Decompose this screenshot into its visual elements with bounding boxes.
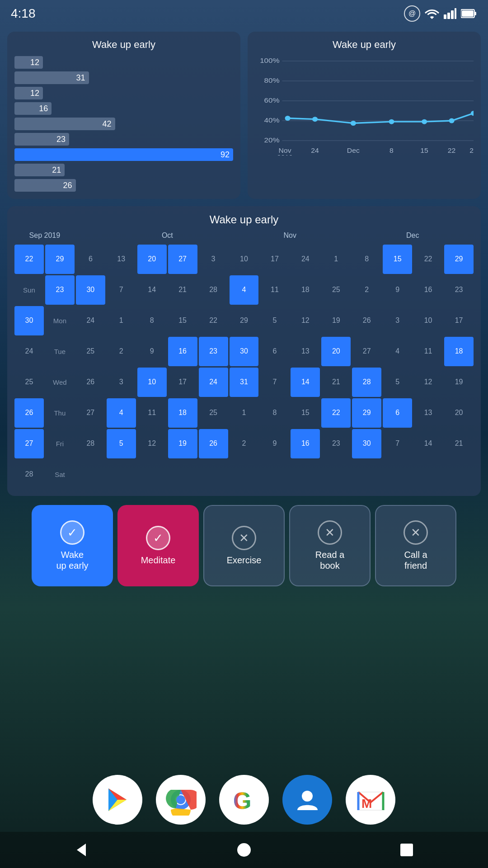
calendar-cell[interactable]: 24 [291, 245, 320, 274]
calendar-cell[interactable]: 10 [413, 306, 443, 335]
calendar-cell[interactable]: 15 [291, 398, 320, 428]
app-chrome[interactable] [156, 775, 206, 825]
app-contacts[interactable] [282, 775, 332, 825]
calendar-cell[interactable]: 19 [444, 368, 474, 397]
calendar-cell[interactable]: 21 [168, 275, 197, 305]
calendar-cell[interactable]: 9 [137, 337, 167, 366]
habit-meditate[interactable]: ✓ Meditate [117, 505, 199, 586]
calendar-cell[interactable]: 28 [14, 460, 44, 489]
calendar-cell[interactable]: 6 [383, 398, 412, 428]
calendar-cell[interactable]: 18 [168, 398, 197, 428]
calendar-cell[interactable]: 16 [413, 275, 443, 305]
calendar-cell[interactable]: 17 [444, 306, 474, 335]
calendar-cell[interactable]: 4 [383, 337, 412, 366]
calendar-cell[interactable]: 14 [291, 368, 320, 397]
calendar-cell[interactable]: 12 [291, 306, 320, 335]
calendar-cell[interactable]: 28 [352, 368, 381, 397]
calendar-cell[interactable]: 25 [199, 398, 228, 428]
line-chart-widget[interactable]: Wake up early 100% 80% 60% 40% 20% [248, 32, 481, 199]
calendar-cell[interactable]: 29 [230, 306, 259, 335]
calendar-cell[interactable]: 1 [107, 306, 136, 335]
calendar-cell[interactable]: 20 [321, 337, 351, 366]
calendar-cell[interactable]: 2 [107, 337, 136, 366]
calendar-cell[interactable]: 23 [321, 429, 351, 458]
nav-home-button[interactable] [230, 836, 258, 863]
calendar-cell[interactable]: 8 [260, 398, 289, 428]
calendar-cell[interactable]: 10 [137, 368, 167, 397]
calendar-cell[interactable]: 21 [321, 368, 351, 397]
calendar-cell[interactable]: 7 [260, 368, 289, 397]
calendar-cell[interactable]: 23 [45, 275, 75, 305]
calendar-cell[interactable]: 13 [291, 337, 320, 366]
app-google[interactable]: G G [219, 775, 269, 825]
calendar-cell[interactable]: 2 [352, 275, 381, 305]
calendar-cell[interactable]: 28 [76, 429, 105, 458]
calendar-cell[interactable]: 27 [76, 398, 105, 428]
calendar-cell[interactable]: 27 [168, 245, 197, 274]
calendar-cell[interactable]: 17 [260, 245, 289, 274]
calendar-cell[interactable]: 15 [383, 245, 412, 274]
calendar-cell[interactable]: 28 [199, 275, 228, 305]
calendar-cell[interactable]: 12 [413, 368, 443, 397]
calendar-cell[interactable]: 20 [137, 245, 167, 274]
calendar-cell[interactable]: 24 [199, 368, 228, 397]
calendar-cell[interactable]: 10 [230, 245, 259, 274]
calendar-cell[interactable]: 11 [137, 398, 167, 428]
calendar-cell[interactable]: 27 [14, 429, 44, 458]
calendar-cell[interactable]: 15 [168, 306, 197, 335]
calendar-cell[interactable]: 30 [76, 275, 105, 305]
habit-exercise[interactable]: ✕ Exercise [203, 505, 285, 586]
calendar-cell[interactable]: 26 [199, 429, 228, 458]
calendar-cell[interactable]: 14 [413, 429, 443, 458]
calendar-cell[interactable]: 19 [168, 429, 197, 458]
calendar-cell[interactable]: 29 [45, 245, 75, 274]
calendar-cell[interactable]: 25 [321, 275, 351, 305]
calendar-cell[interactable]: 31 [230, 368, 259, 397]
calendar-cell[interactable]: 3 [107, 368, 136, 397]
calendar-cell[interactable]: 13 [107, 245, 136, 274]
calendar-widget[interactable]: Wake up early Sep 2019 Oct Nov Dec 22296… [7, 206, 481, 496]
calendar-cell[interactable]: 22 [199, 306, 228, 335]
calendar-cell[interactable]: 18 [291, 275, 320, 305]
calendar-cell[interactable]: 22 [321, 398, 351, 428]
app-play-store[interactable] [93, 775, 142, 825]
calendar-cell[interactable]: 30 [352, 429, 381, 458]
calendar-cell[interactable]: 19 [321, 306, 351, 335]
calendar-cell[interactable]: 26 [352, 306, 381, 335]
calendar-cell[interactable]: 4 [107, 398, 136, 428]
calendar-cell[interactable]: 17 [168, 368, 197, 397]
habit-wake-up-early[interactable]: ✓ Wakeup early [32, 505, 113, 586]
nav-back-button[interactable] [68, 836, 95, 863]
calendar-cell[interactable]: 5 [260, 306, 289, 335]
calendar-cell[interactable]: 25 [14, 368, 44, 397]
calendar-cell[interactable]: 11 [413, 337, 443, 366]
calendar-cell[interactable]: 4 [230, 275, 259, 305]
calendar-cell[interactable]: 8 [352, 245, 381, 274]
calendar-cell[interactable]: 14 [137, 275, 167, 305]
calendar-cell[interactable]: 6 [76, 245, 105, 274]
calendar-cell[interactable]: 6 [260, 337, 289, 366]
calendar-cell[interactable]: 13 [413, 398, 443, 428]
calendar-cell[interactable]: 16 [168, 337, 197, 366]
calendar-cell[interactable]: 23 [199, 337, 228, 366]
calendar-cell[interactable]: 2 [230, 429, 259, 458]
habit-read-book[interactable]: ✕ Read abook [289, 505, 371, 586]
bar-chart-widget[interactable]: Wake up early 123112164223922126 [7, 32, 240, 199]
calendar-cell[interactable]: 22 [14, 245, 44, 274]
calendar-cell[interactable]: 29 [444, 245, 474, 274]
calendar-cell[interactable]: 9 [383, 275, 412, 305]
calendar-cell[interactable]: 3 [199, 245, 228, 274]
app-gmail[interactable]: M [346, 775, 395, 825]
calendar-cell[interactable]: 25 [76, 337, 105, 366]
calendar-cell[interactable]: 27 [352, 337, 381, 366]
calendar-cell[interactable]: 5 [107, 429, 136, 458]
calendar-cell[interactable]: 23 [444, 275, 474, 305]
calendar-cell[interactable]: 5 [383, 368, 412, 397]
calendar-cell[interactable]: 24 [14, 337, 44, 366]
calendar-cell[interactable]: 11 [260, 275, 289, 305]
calendar-cell[interactable]: 24 [76, 306, 105, 335]
calendar-cell[interactable]: 8 [137, 306, 167, 335]
nav-recent-button[interactable] [393, 836, 420, 863]
calendar-cell[interactable]: 22 [413, 245, 443, 274]
calendar-cell[interactable]: 30 [230, 337, 259, 366]
